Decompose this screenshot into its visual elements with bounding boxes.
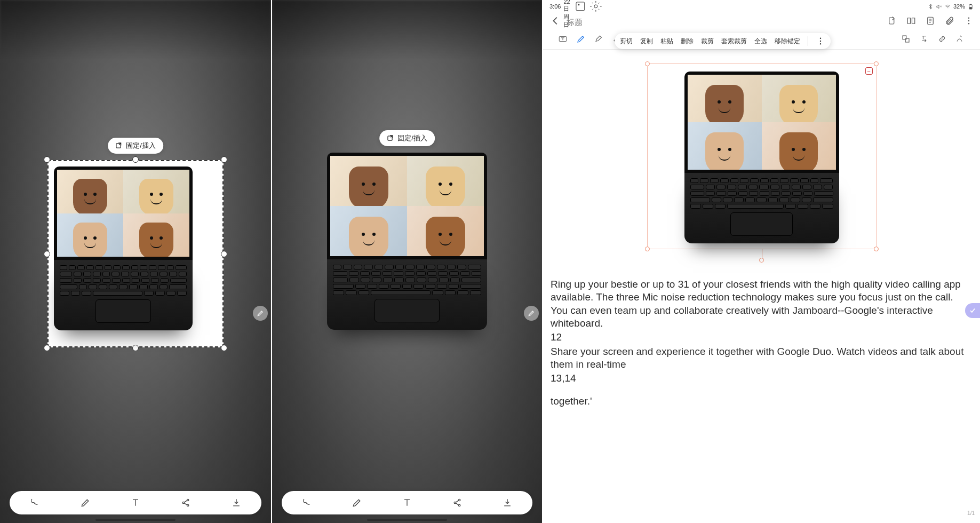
inserted-image-selection[interactable]: − Google Duo [647, 64, 877, 249]
image-icon [574, 0, 587, 13]
pin-icon [115, 142, 123, 149]
pin-insert-button[interactable]: 固定/插入 [379, 130, 435, 146]
shape-icon [301, 497, 312, 508]
download-tool[interactable] [496, 491, 519, 514]
resize-handle-tr[interactable] [221, 156, 227, 163]
share-tool[interactable] [174, 491, 197, 514]
video-tile-2 [762, 75, 836, 122]
bottom-toolbar [10, 491, 261, 514]
more-button[interactable] [964, 16, 974, 28]
img-rotate-handle[interactable] [759, 258, 764, 263]
highlighter-tool[interactable] [594, 34, 604, 46]
reader-button[interactable] [906, 16, 916, 28]
note-paragraph-3: together.' [551, 395, 973, 408]
svg-rect-13 [970, 7, 972, 8]
note-paragraph-2: Share your screen and experience it toge… [551, 345, 973, 371]
back-button[interactable] [549, 15, 561, 29]
convert-icon [919, 34, 929, 44]
attach-button[interactable] [945, 16, 954, 28]
svg-point-10 [594, 5, 597, 8]
ctx-crop[interactable]: 裁剪 [701, 37, 714, 46]
link-tool[interactable] [937, 34, 947, 46]
img-handle-bl[interactable] [645, 247, 650, 251]
note-paragraph-1: Ring up your bestie or up to 31 of your … [551, 278, 973, 330]
pen-tool[interactable] [345, 491, 369, 514]
bottom-toolbar [282, 491, 532, 514]
resize-handle-mr[interactable] [221, 251, 227, 257]
download-icon [502, 497, 513, 508]
page-button[interactable] [926, 16, 935, 28]
text-tool[interactable] [124, 491, 147, 514]
resize-handle-bl[interactable] [44, 345, 50, 351]
share-icon [180, 497, 191, 508]
text-mode-tool[interactable] [558, 34, 568, 46]
note-body[interactable]: − Google Duo [543, 50, 980, 519]
video-tile-1 [330, 156, 407, 206]
edit-fab[interactable] [524, 306, 539, 321]
shape-icon [29, 497, 40, 508]
img-handle-tr[interactable] [874, 61, 879, 66]
text-icon [402, 497, 412, 508]
svg-point-26 [820, 43, 821, 44]
laptop-image: Google Duo [54, 167, 217, 330]
check-icon [969, 307, 976, 314]
keyboard [690, 178, 833, 209]
captured-image[interactable]: Google Duo [327, 153, 487, 330]
note-title-input[interactable] [567, 18, 882, 27]
home-indicator [367, 519, 447, 521]
assist-fab[interactable] [965, 303, 980, 318]
ctx-copy[interactable]: 复制 [640, 37, 653, 46]
text-icon [130, 497, 141, 508]
trackpad [375, 299, 440, 322]
home-indicator [95, 519, 176, 521]
resize-handle-bm[interactable] [132, 345, 139, 351]
video-grid [330, 156, 484, 256]
trackpad [730, 212, 793, 236]
panel-middle: 固定/插入 Google Duo [271, 0, 542, 523]
bluetooth-icon [928, 4, 934, 10]
pen-icon [80, 497, 91, 508]
share-tool[interactable] [445, 491, 469, 514]
edit-fab[interactable] [253, 306, 268, 321]
handwriting-tool[interactable] [955, 34, 965, 46]
ctx-delete[interactable]: 删除 [681, 37, 694, 46]
zoom-tool[interactable] [901, 34, 911, 46]
video-tile-2 [407, 156, 484, 206]
video-grid [57, 170, 189, 257]
selection-zone[interactable]: Google Duo [47, 160, 224, 347]
pen-tool[interactable] [74, 491, 97, 514]
remove-image-button[interactable]: − [865, 67, 873, 75]
status-time: 3:06 [549, 3, 561, 10]
pin-insert-button[interactable]: 固定/插入 [108, 138, 163, 154]
ctx-lasso-crop[interactable]: 套索裁剪 [721, 37, 747, 46]
svg-point-1 [187, 499, 189, 501]
note-header [543, 13, 980, 31]
handwriting-icon [955, 34, 965, 44]
note-text[interactable]: Ring up your bestie or up to 31 of your … [551, 278, 973, 408]
zoom-icon [901, 34, 911, 44]
book-icon [906, 16, 916, 26]
context-menu: 剪切 复制 粘贴 删除 裁剪 套索裁剪 全选 移除锚定 [615, 33, 831, 49]
ctx-more[interactable] [816, 36, 825, 46]
resize-handle-ml[interactable] [44, 251, 50, 257]
ctx-paste[interactable]: 粘贴 [660, 37, 673, 46]
ctx-cut[interactable]: 剪切 [620, 37, 633, 46]
ctx-remove-anchor[interactable]: 移除锚定 [775, 37, 800, 46]
shape-tool[interactable] [23, 491, 46, 514]
ctx-select-all[interactable]: 全选 [754, 37, 767, 46]
mute-icon [936, 4, 942, 10]
img-handle-br[interactable] [874, 247, 879, 251]
export-button[interactable] [887, 16, 897, 28]
shape-tool[interactable] [295, 491, 318, 514]
resize-handle-tm[interactable] [132, 156, 139, 163]
convert-tool[interactable] [919, 34, 929, 46]
img-handle-tl[interactable] [645, 61, 650, 66]
trackpad [95, 299, 152, 323]
svg-point-17 [968, 20, 969, 21]
download-tool[interactable] [225, 491, 248, 514]
pen-mode-tool[interactable] [576, 34, 586, 46]
resize-handle-br[interactable] [221, 345, 227, 351]
resize-handle-tl[interactable] [44, 156, 50, 163]
text-tool[interactable] [395, 491, 419, 514]
marquee-selection[interactable]: Google Duo [47, 160, 224, 347]
